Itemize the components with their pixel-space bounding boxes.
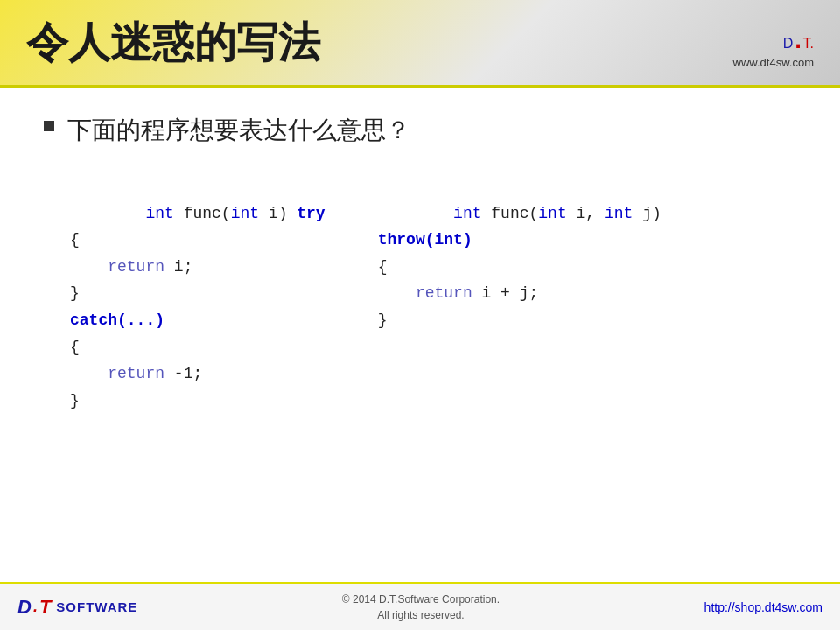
footer-logo-t: T [39, 596, 51, 619]
header: 令人迷惑的写法 D.T. www.dt4sw.com [0, 0, 840, 88]
code-block-left: int func(int i) try { return i; } catch(… [70, 173, 326, 441]
slide: 令人迷惑的写法 D.T. www.dt4sw.com 下面的程序想要表达什么意思… [0, 0, 840, 630]
kw-throw: throw(int) [378, 231, 472, 248]
kw-int-left: int [145, 205, 173, 222]
main-content: 下面的程序想要表达什么意思？ int func(int i) try { ret… [0, 88, 840, 582]
logo-t: T. [803, 36, 814, 51]
logo-dot: . [793, 17, 802, 55]
footer-logo-software: SOFTWARE [56, 599, 137, 614]
footer-link[interactable]: http://shop.dt4sw.com [704, 600, 822, 614]
slide-title: 令人迷惑的写法 [26, 15, 320, 71]
bullet-point: 下面的程序想要表达什么意思？ [44, 114, 796, 147]
footer-copyright: © 2014 D.T.Software Corporation. All rig… [342, 592, 500, 623]
bullet-text: 下面的程序想要表达什么意思？ [67, 114, 410, 147]
footer-logo-dot: . [33, 598, 38, 616]
footer: D.TSOFTWARE © 2014 D.T.Software Corporat… [0, 582, 840, 630]
bullet-square-icon [44, 121, 54, 131]
copyright-line: © 2014 D.T.Software Corporation. [342, 592, 500, 607]
logo: D.T. [783, 17, 814, 56]
code-area: int func(int i) try { return i; } catch(… [70, 173, 796, 441]
footer-logo: D.TSOFTWARE [18, 596, 137, 619]
logo-d: D [783, 36, 794, 51]
logo-area: D.T. www.dt4sw.com [733, 17, 814, 69]
rights-line: All rights reserved. [342, 607, 500, 623]
code-block-right: int func(int i, int j) throw(int) { retu… [378, 173, 662, 441]
footer-logo-d: D [18, 596, 32, 619]
logo-website: www.dt4sw.com [733, 56, 814, 69]
kw-catch: catch(...) [70, 312, 164, 329]
kw-int-right: int [453, 205, 481, 222]
